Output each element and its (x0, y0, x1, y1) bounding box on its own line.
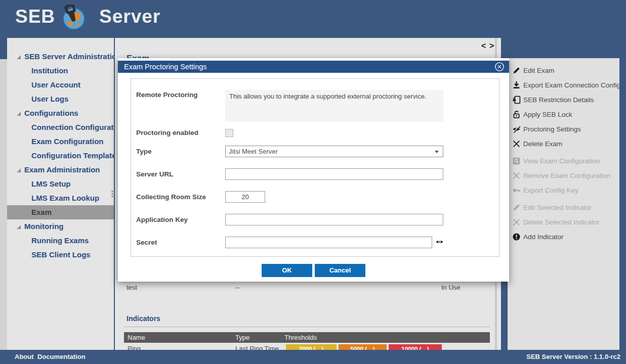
exclamation-circle-icon (512, 233, 521, 241)
collecting-room-size-label: Collecting Room Size (136, 193, 206, 201)
tree-collapse-icon[interactable] (17, 168, 21, 172)
brand-seb: SEB (15, 6, 55, 27)
config-name-cell: test (127, 284, 137, 291)
column-header-type[interactable]: Type (235, 332, 249, 343)
sidebar-item-connection-configuration[interactable]: Connection Configuration (7, 120, 114, 134)
seb-globe-lock-logo (61, 5, 87, 31)
eye-icon[interactable] (435, 238, 444, 246)
exam-proctoring-settings-dialog: Exam Proctoring Settings Remote Proctori… (118, 58, 509, 282)
proctoring-form: Remote Proctoring This allows you to int… (131, 78, 499, 257)
action-panel: Edit Exam Export Exam Connection Configu… (508, 58, 619, 350)
dialog-titlebar: Exam Proctoring Settings (118, 61, 509, 73)
x-icon (512, 171, 521, 180)
exam-config-table-row[interactable]: test -- In Use (115, 284, 493, 294)
ok-button[interactable]: OK (262, 264, 312, 277)
document-lock-icon (512, 96, 521, 104)
sidebar-item-configuration-template[interactable]: Configuration Template (7, 149, 114, 163)
chevron-down-icon (435, 151, 439, 153)
action-edit-selected-indicator: Edit Selected Indicator (508, 200, 619, 215)
config-status-cell: In Use (441, 284, 461, 291)
pencil-icon (512, 66, 521, 75)
action-export-config-key: Export Config Key (508, 183, 619, 198)
pencil-icon (512, 203, 521, 212)
action-view-exam-configuration: View Exam Configuration (508, 154, 619, 168)
sidebar-item-exam-administration[interactable]: Exam Administration (7, 163, 114, 177)
sidebar-item-seb-server-administration[interactable]: SEB Server Administration (7, 50, 114, 64)
sidebar-item-lms-setup[interactable]: LMS Setup (7, 177, 114, 191)
sidebar-item-monitoring[interactable]: Monitoring (7, 219, 114, 234)
sidebar-item-lms-exam-lookup[interactable]: LMS Exam Lookup (7, 191, 114, 205)
sidebar-resize-handle[interactable]: ••• (111, 190, 113, 198)
action-seb-restriction-details[interactable]: SEB Restriction Details (508, 93, 619, 107)
tree-collapse-icon[interactable] (17, 225, 21, 229)
app-footer: About Documentation SEB Server Version :… (0, 350, 626, 364)
version-label: SEB Server Version : 1.1.0-rc2 (526, 350, 620, 364)
x-icon (512, 140, 521, 148)
sidebar-item-institution[interactable]: Institution (7, 64, 114, 78)
dialog-title: Exam Proctoring Settings (124, 61, 207, 73)
sidebar-item-seb-client-logs[interactable]: SEB Client Logs (7, 248, 114, 262)
sidebar-item-user-account[interactable]: User Account (7, 78, 114, 92)
action-delete-exam[interactable]: Delete Exam (508, 136, 619, 151)
cancel-button[interactable]: Cancel (315, 264, 365, 277)
panel-expand-right-icon[interactable]: > (489, 41, 494, 51)
server-url-label: Server URL (136, 170, 174, 178)
column-header-name[interactable]: Name (128, 332, 145, 343)
magnifier-square-icon (512, 157, 521, 165)
indicators-divider (124, 327, 490, 327)
key-icon (512, 186, 521, 195)
tree-collapse-icon[interactable] (17, 112, 21, 116)
close-icon[interactable] (494, 62, 505, 72)
download-icon (512, 81, 521, 89)
proctoring-enabled-label: Proctoring enabled (136, 129, 198, 136)
action-add-indicator[interactable]: Add Indicator (508, 230, 619, 244)
secret-input[interactable] (225, 237, 432, 248)
about-link[interactable]: About (15, 350, 34, 364)
padlock-open-icon (512, 110, 521, 119)
sidebar-item-running-exams[interactable]: Running Exams (7, 234, 114, 248)
type-select[interactable]: Jitsi Meet Server (225, 146, 443, 157)
config-description-cell: -- (235, 284, 240, 291)
application-key-label: Application Key (136, 216, 188, 223)
secret-label: Secret (136, 239, 157, 246)
sidebar-item-user-logs[interactable]: User Logs (7, 92, 114, 106)
proctoring-enabled-checkbox[interactable] (225, 129, 233, 137)
collecting-room-size-input[interactable] (225, 191, 265, 203)
sidebar-item-exam-configuration[interactable]: Exam Configuration (7, 134, 114, 149)
brand-server: Server (99, 6, 160, 27)
sidebar-item-exam[interactable]: Exam (7, 205, 114, 219)
sidebar-item-configurations[interactable]: Configurations (7, 106, 114, 120)
documentation-link[interactable]: Documentation (37, 350, 86, 364)
left-edge-strip (0, 59, 7, 350)
indicators-section-title: Indicators (127, 314, 160, 323)
tree-collapse-icon[interactable] (17, 55, 21, 59)
remote-proctoring-description: This allows you to integrate a supported… (225, 90, 443, 122)
application-key-input[interactable] (225, 214, 443, 225)
remote-proctoring-label: Remote Proctoring (136, 91, 198, 99)
action-apply-seb-lock[interactable]: Apply SEB Lock (508, 107, 619, 122)
action-remove-exam-configuration: Remove Exam Configuration (508, 168, 619, 183)
action-export-exam-connection-configuration[interactable]: Export Exam Connection Configura (508, 78, 619, 93)
action-proctoring-settings[interactable]: Proctoring Settings (508, 122, 619, 136)
server-url-input[interactable] (225, 168, 443, 180)
panel-collapse-left-icon[interactable]: < (481, 41, 486, 51)
action-edit-exam[interactable]: Edit Exam (508, 63, 619, 78)
type-label: Type (136, 148, 152, 155)
indicators-table-header: Name Type Thresholds (124, 332, 490, 343)
x-icon (512, 218, 521, 226)
action-delete-selected-indicator: Delete Selected Indicator (508, 215, 619, 230)
sidebar-nav: SEB Server Administration Institution Us… (7, 38, 114, 350)
app-header: SEB Server (0, 0, 626, 35)
column-header-thresholds[interactable]: Thresholds (284, 332, 317, 343)
eye-slash-icon (512, 125, 521, 133)
